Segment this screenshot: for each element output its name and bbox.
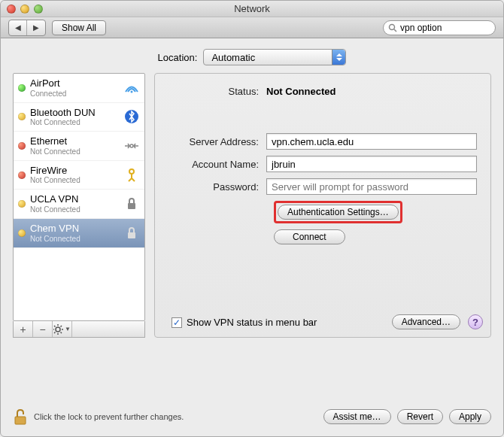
show-all-button[interactable]: Show All (52, 20, 106, 35)
footer: Click the lock to prevent further change… (13, 408, 491, 426)
service-status: Not Connected (30, 176, 119, 185)
airport-icon (123, 80, 140, 96)
service-firewire[interactable]: FireWire Not Connected (14, 161, 144, 190)
show-vpn-status-checkbox[interactable]: ✓ (172, 317, 182, 328)
ethernet-icon (123, 138, 140, 154)
status-label: Status: (169, 86, 266, 97)
unlock-icon (13, 408, 28, 426)
titlebar: Network (1, 1, 503, 17)
checkmark-icon: ✓ (173, 318, 181, 327)
service-ucla-vpn[interactable]: UCLA VPN Not Connected (14, 190, 144, 219)
status-dot-icon (18, 84, 26, 92)
network-window: Network ◀ ▶ Show All ✕ Location: Automat… (0, 0, 504, 437)
svg-rect-6 (128, 203, 135, 209)
service-name: FireWire (30, 165, 119, 177)
svg-line-1 (394, 29, 396, 32)
help-button[interactable]: ? (468, 314, 483, 329)
gear-icon (53, 324, 64, 335)
toolbar: ◀ ▶ Show All ✕ (1, 17, 503, 38)
service-status: Not Connected (30, 147, 119, 156)
status-value: Not Connected (266, 86, 335, 97)
show-vpn-status-row[interactable]: ✓ Show VPN status in menu bar (172, 317, 317, 328)
password-input[interactable] (266, 178, 477, 195)
apply-button[interactable]: Apply (449, 409, 491, 424)
lock-area[interactable]: Click the lock to prevent further change… (13, 408, 317, 426)
svg-rect-9 (15, 417, 26, 424)
main-content: AirPort Connected Bluetooth DUN Not Conn… (1, 73, 503, 345)
nav-segment: ◀ ▶ (8, 20, 46, 36)
service-name: Bluetooth DUN (30, 107, 119, 119)
service-actions-button[interactable]: ▼ (53, 321, 72, 337)
show-vpn-status-label: Show VPN status in menu bar (187, 317, 317, 328)
server-address-label: Server Address: (169, 136, 266, 147)
bluetooth-icon (123, 108, 140, 125)
server-address-input[interactable] (266, 133, 477, 150)
window-title: Network (1, 3, 503, 14)
vpn-lock-icon (123, 225, 140, 241)
svg-rect-7 (128, 232, 135, 238)
location-label: Location: (158, 52, 198, 63)
sidebar-footer: + − ▼ (13, 321, 145, 338)
service-name: AirPort (30, 77, 119, 90)
connect-button[interactable]: Connect (274, 229, 345, 244)
location-row: Location: Automatic (1, 38, 503, 73)
advanced-button[interactable]: Advanced… (392, 314, 460, 329)
svg-point-2 (131, 90, 133, 93)
popup-arrows-icon (332, 50, 345, 65)
service-bluetooth[interactable]: Bluetooth DUN Not Connected (14, 103, 144, 132)
service-name: Ethernet (30, 135, 119, 147)
status-dot-icon (18, 142, 26, 150)
location-popup[interactable]: Automatic (203, 49, 346, 65)
service-name: Chem VPN (30, 223, 119, 235)
service-status: Not Connected (30, 205, 119, 214)
authentication-settings-button[interactable]: Authentication Settings… (278, 205, 399, 220)
account-name-label: Account Name: (169, 159, 266, 170)
forward-button[interactable]: ▶ (27, 20, 45, 35)
service-airport[interactable]: AirPort Connected (14, 74, 144, 103)
back-button[interactable]: ◀ (9, 20, 27, 35)
search-icon (388, 23, 397, 32)
revert-button[interactable]: Revert (397, 409, 443, 424)
account-name-input[interactable] (266, 156, 477, 172)
search-field[interactable]: ✕ (383, 20, 496, 35)
service-status: Connected (30, 90, 119, 99)
lock-text: Click the lock to prevent further change… (34, 412, 184, 421)
status-dot-icon (18, 200, 26, 208)
svg-point-5 (129, 169, 134, 174)
svg-point-8 (56, 327, 60, 332)
sidebar: AirPort Connected Bluetooth DUN Not Conn… (13, 73, 145, 338)
search-input[interactable] (400, 23, 504, 33)
status-dot-icon (18, 229, 26, 237)
service-status: Not Connected (30, 118, 119, 127)
assist-me-button[interactable]: Assist me… (323, 409, 391, 424)
add-service-button[interactable]: + (14, 321, 33, 337)
location-value: Automatic (211, 52, 255, 63)
firewire-icon (123, 167, 140, 184)
highlight-annotation: Authentication Settings… (274, 201, 402, 223)
remove-service-button[interactable]: − (33, 321, 53, 337)
service-status: Not Connected (30, 235, 119, 244)
password-label: Password: (169, 181, 266, 193)
service-chem-vpn[interactable]: Chem VPN Not Connected (14, 219, 144, 248)
vpn-lock-icon (123, 196, 140, 212)
svg-point-0 (390, 24, 395, 29)
status-dot-icon (18, 171, 26, 179)
detail-pane: Status: Not Connected Server Address: Ac… (154, 73, 491, 338)
svg-point-4 (130, 144, 133, 147)
service-list[interactable]: AirPort Connected Bluetooth DUN Not Conn… (13, 73, 145, 321)
service-name: UCLA VPN (30, 193, 119, 205)
service-ethernet[interactable]: Ethernet Not Connected (14, 132, 144, 161)
status-dot-icon (18, 113, 26, 120)
